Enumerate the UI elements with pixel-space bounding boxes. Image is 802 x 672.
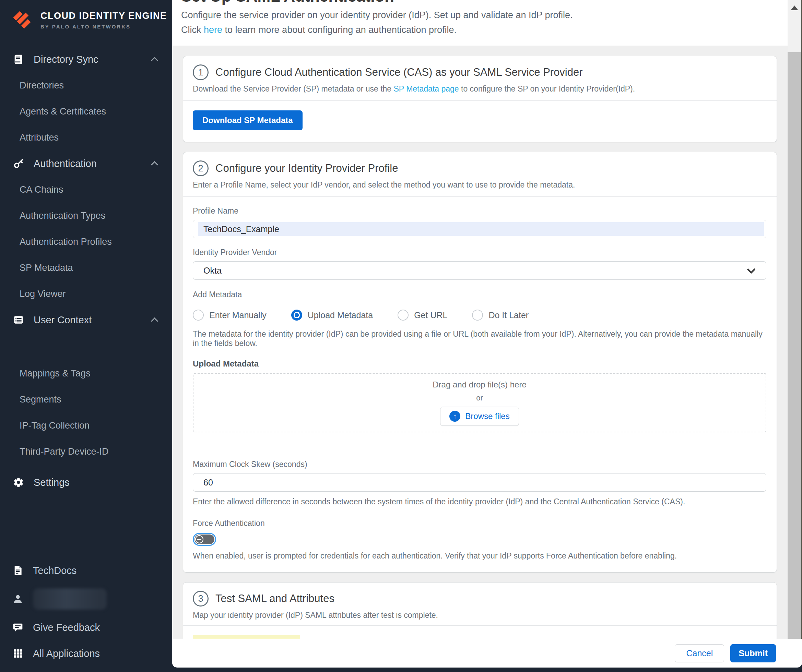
dropzone-text: Drag and drop file(s) here <box>433 380 526 389</box>
sidebar-item-ip-tag-collection[interactable]: IP-Tag Collection <box>0 412 172 438</box>
feedback-chat-icon <box>11 622 25 633</box>
cancel-button[interactable]: Cancel <box>675 644 724 662</box>
download-sp-metadata-button[interactable]: Download SP Metadata <box>193 110 302 130</box>
step3-body: Test SAML Setup <box>183 626 777 639</box>
clock-skew-label: Maximum Clock Skew (seconds) <box>193 460 766 469</box>
page-description-line2: Click here to learn more about configuri… <box>181 25 787 35</box>
force-authentication-label: Force Authentication <box>193 519 766 528</box>
brand: CLOUD IDENTITY ENGINE BY PALO ALTO NETWO… <box>0 0 172 31</box>
profile-name-input[interactable]: TechDocs_Example <box>193 220 766 238</box>
document-icon <box>11 565 25 576</box>
sidebar-section-directory-sync[interactable]: Directory Sync <box>0 46 172 72</box>
radio-enter-manually[interactable]: Enter Manually <box>193 310 267 321</box>
step1-head: 1 Configure Cloud Authentication Service… <box>183 56 777 100</box>
sidebar-item-directories[interactable]: Directories <box>0 72 172 99</box>
step3-number-badge: 3 <box>193 591 209 606</box>
sidebar-bottom: TechDocs Give Feedback All Applications <box>0 557 172 672</box>
test-saml-highlight: Test SAML Setup <box>193 635 300 639</box>
upload-dropzone[interactable]: Drag and drop file(s) here or ↑ Browse f… <box>193 373 766 432</box>
radio-icon <box>472 310 483 321</box>
clock-skew-help: Enter the allowed difference in seconds … <box>193 497 766 506</box>
sidebar-nav: Directory Sync Directories Agents & Cert… <box>0 46 172 496</box>
radio-selected-icon <box>291 310 302 321</box>
add-metadata-radio-group: Enter Manually Upload Metadata Get URL D… <box>193 310 766 321</box>
sidebar-item-techdocs[interactable]: TechDocs <box>0 557 172 583</box>
sidebar-section-label: User Context <box>34 314 92 326</box>
add-metadata-label: Add Metadata <box>193 290 766 299</box>
force-authentication-toggle[interactable] <box>193 533 216 546</box>
sp-metadata-page-link[interactable]: SP Metadata page <box>394 84 459 93</box>
toggle-knob <box>195 535 204 543</box>
list-icon <box>12 314 25 325</box>
step3-title: Test SAML and Attributes <box>215 593 335 605</box>
give-feedback-button[interactable]: Give Feedback <box>0 614 172 640</box>
toggle-track <box>194 535 214 544</box>
sidebar-item-third-party-device-id[interactable]: Third-Party Device-ID <box>0 438 172 465</box>
gear-icon <box>12 477 25 488</box>
sidebar-section-label: Directory Sync <box>34 54 99 65</box>
step2-description: Enter a Profile Name, select your IdP ve… <box>193 180 766 190</box>
clock-skew-input[interactable]: 60 <box>193 473 766 492</box>
force-authentication-help: When enabled, user is prompted for crede… <box>193 551 766 561</box>
step3-head: 3 Test SAML and Attributes Map your iden… <box>183 583 777 625</box>
sidebar: CLOUD IDENTITY ENGINE BY PALO ALTO NETWO… <box>0 0 172 672</box>
sidebar-item-authentication-profiles[interactable]: Authentication Profiles <box>0 229 172 255</box>
page-description-line1: Configure the service provider on your i… <box>181 10 787 21</box>
cloud-identity-engine-app: CLOUD IDENTITY ENGINE BY PALO ALTO NETWO… <box>0 0 802 672</box>
book-icon <box>12 54 25 65</box>
radio-do-it-later[interactable]: Do It Later <box>472 310 529 321</box>
chevron-up-icon[interactable] <box>151 161 158 168</box>
sidebar-item-segments[interactable]: Segments <box>0 386 172 412</box>
user-icon <box>11 593 25 604</box>
sidebar-item-sp-metadata[interactable]: SP Metadata <box>0 255 172 281</box>
user-account[interactable] <box>0 583 172 614</box>
chevron-up-icon[interactable] <box>151 57 158 64</box>
sidebar-section-label: Authentication <box>34 158 97 170</box>
sidebar-item-agents-certificates[interactable]: Agents & Certificates <box>0 99 172 124</box>
window-bottom-edge <box>0 667 802 672</box>
key-icon <box>12 158 25 169</box>
scrollbar-up-arrow-icon[interactable] <box>791 5 798 10</box>
step3-card: 3 Test SAML and Attributes Map your iden… <box>183 582 777 639</box>
identity-provider-vendor-select[interactable]: Okta <box>193 261 766 280</box>
sidebar-section-user-context[interactable]: User Context <box>0 307 172 333</box>
all-applications-button[interactable]: All Applications <box>0 640 172 667</box>
scrollbar-thumb[interactable] <box>787 52 801 639</box>
sidebar-item-authentication-types[interactable]: Authentication Types <box>0 203 172 229</box>
step3-description: Map your identity provider (IdP) SAML at… <box>193 611 766 620</box>
step1-title: Configure Cloud Authentication Service (… <box>215 66 583 79</box>
sidebar-section-authentication[interactable]: Authentication <box>0 150 172 176</box>
sidebar-item-attributes[interactable]: Attributes <box>0 124 172 150</box>
dropzone-or: or <box>476 394 483 402</box>
sidebar-item-mappings-tags[interactable]: Mappings & Tags <box>0 360 172 386</box>
here-link[interactable]: here <box>204 25 222 35</box>
minus-icon <box>197 539 201 540</box>
page-title: Set Up SAML Authentication <box>181 0 787 5</box>
page-header: Set Up SAML Authentication Configure the… <box>172 0 787 45</box>
step2-number-badge: 2 <box>193 160 209 176</box>
step2-card: 2 Configure your Identity Provider Profi… <box>183 152 777 573</box>
vertical-scrollbar[interactable] <box>787 0 802 639</box>
browse-files-button[interactable]: ↑ Browse files <box>440 407 519 426</box>
radio-get-url[interactable]: Get URL <box>398 310 447 321</box>
sidebar-section-label: Settings <box>34 477 70 488</box>
brand-subtitle: BY PALO ALTO NETWORKS <box>40 24 167 29</box>
palo-alto-logo-icon <box>11 9 33 31</box>
content-area: 1 Configure Cloud Authentication Service… <box>172 45 787 639</box>
add-metadata-help: The metadata for the identity provider (… <box>193 330 766 348</box>
sidebar-item-ca-chains[interactable]: CA Chains <box>0 176 172 203</box>
sidebar-section-settings[interactable]: Settings <box>0 469 172 496</box>
submit-button[interactable]: Submit <box>730 644 776 662</box>
step1-number-badge: 1 <box>193 65 209 80</box>
chevron-up-icon[interactable] <box>151 317 158 324</box>
step2-body: Profile Name TechDocs_Example Identity P… <box>183 197 777 572</box>
step1-card: 1 Configure Cloud Authentication Service… <box>183 56 777 142</box>
step2-title: Configure your Identity Provider Profile <box>215 162 398 174</box>
brand-text: CLOUD IDENTITY ENGINE BY PALO ALTO NETWO… <box>40 11 167 29</box>
sidebar-item-log-viewer[interactable]: Log Viewer <box>0 281 172 307</box>
radio-upload-metadata[interactable]: Upload Metadata <box>291 310 373 321</box>
vendor-selected-value: Okta <box>204 266 222 276</box>
step2-head: 2 Configure your Identity Provider Profi… <box>183 152 777 197</box>
step1-description: Download the Service Provider (SP) metad… <box>193 84 766 94</box>
radio-icon <box>398 310 409 321</box>
